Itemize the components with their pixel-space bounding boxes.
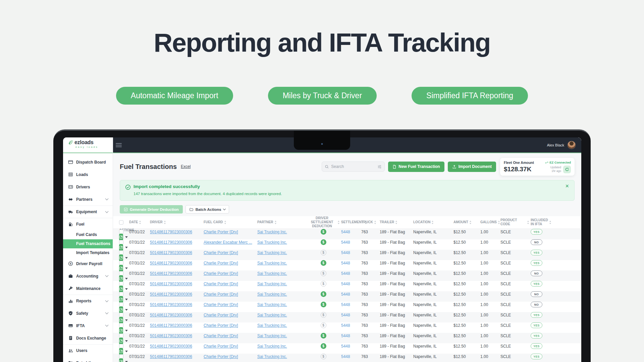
driver-link[interactable]: 5014861179023000306	[150, 354, 192, 359]
generate-driver-deduction-button[interactable]: Generate Driver Deduction	[120, 205, 183, 214]
settlement-link[interactable]: 5448	[341, 282, 350, 286]
caret-down-icon[interactable]	[125, 236, 128, 238]
column-header-truck[interactable]: TRUCK	[361, 220, 380, 224]
pill-miles-by-truck-driver[interactable]: Miles by Truck & Driver	[268, 87, 377, 105]
fuel-card-link[interactable]: Charlie Porter [Drv]	[204, 344, 238, 349]
select-all-checkbox[interactable]	[119, 220, 123, 225]
sidebar-item-partners[interactable]: Partners	[63, 193, 113, 205]
settlement-link[interactable]: 5448	[341, 292, 350, 297]
column-header-fuel-card[interactable]: FUEL CARD	[204, 220, 257, 224]
column-header-location[interactable]: LOCATION	[413, 220, 453, 224]
sidebar-item-dispatch-board[interactable]: Dispatch Board	[63, 156, 113, 168]
sidebar-item-maintenance[interactable]: Maintenance	[63, 282, 113, 295]
edit-button[interactable]	[119, 265, 123, 272]
batch-actions-button[interactable]: Batch Actions	[185, 205, 229, 214]
partner-link[interactable]: Sai Trucking Inc.	[257, 282, 287, 286]
sidebar-item-driver-payroll[interactable]: $Driver Payroll	[63, 257, 113, 270]
caret-down-icon[interactable]	[125, 278, 128, 280]
partner-link[interactable]: Sai Trucking Inc.	[257, 261, 287, 265]
edit-button[interactable]	[119, 254, 123, 261]
edit-button[interactable]	[119, 327, 123, 334]
sidebar-item-fuel-transactions[interactable]: Fuel Transactions	[63, 239, 113, 248]
fuel-card-link[interactable]: Alexander Escabar Merc ...	[204, 240, 252, 245]
settlement-link[interactable]: 5448	[341, 344, 350, 349]
new-fuel-transaction-button[interactable]: New Fuel Transaction	[388, 162, 444, 172]
driver-link[interactable]: 5014861179023000306	[150, 230, 192, 234]
driver-link[interactable]: 5014861179023000306	[150, 292, 192, 297]
edit-button[interactable]	[119, 348, 123, 355]
settlement-link[interactable]: 5448	[341, 240, 350, 245]
settlement-link[interactable]: 5448	[341, 302, 350, 307]
settlement-link[interactable]: 5448	[341, 250, 350, 255]
caret-down-icon[interactable]	[125, 257, 128, 259]
sidebar-item-data-library[interactable]: Data Library	[63, 357, 113, 362]
close-icon[interactable]: ×	[565, 183, 569, 189]
partner-link[interactable]: Sai Trucking Inc.	[257, 313, 287, 317]
fuel-card-link[interactable]: Charlie Porter [Drv]	[204, 271, 238, 276]
settlement-link[interactable]: 5448	[341, 354, 350, 359]
edit-button[interactable]	[119, 338, 123, 345]
column-header-driver[interactable]: DRIVER	[150, 220, 204, 224]
caret-down-icon[interactable]	[125, 309, 128, 311]
settlement-link[interactable]: 5448	[341, 334, 350, 338]
partner-link[interactable]: Sai Trucking Inc.	[257, 334, 287, 338]
fuel-card-link[interactable]: Charlie Porter [Drv]	[204, 230, 238, 234]
column-header-driver-settlement-deduction[interactable]: DRIVER SETTLEMENT DEDUCTION	[308, 216, 341, 228]
excel-export-link[interactable]: Excel	[181, 164, 191, 169]
fuel-card-link[interactable]: Charlie Porter [Drv]	[204, 313, 238, 317]
edit-button[interactable]	[119, 244, 123, 251]
partner-link[interactable]: Sai Trucking Inc.	[257, 250, 287, 255]
settlement-link[interactable]: 5448	[341, 230, 350, 234]
driver-link[interactable]: 5014861179023000306	[150, 240, 192, 245]
edit-button[interactable]	[119, 286, 123, 293]
fuel-card-link[interactable]: Charlie Porter [Drv]	[204, 282, 238, 286]
caret-down-icon[interactable]	[125, 299, 128, 300]
refresh-button[interactable]	[563, 166, 571, 173]
caret-down-icon[interactable]	[125, 340, 128, 342]
app-logo[interactable]: ezloads easy loads	[63, 137, 113, 153]
sidebar-item-safety[interactable]: Safety	[63, 307, 113, 319]
column-header-settlement[interactable]: SETTLEMENT	[341, 220, 361, 224]
driver-link[interactable]: 5014861179023000306	[150, 344, 192, 349]
settlement-link[interactable]: 5448	[341, 261, 350, 265]
fuel-card-link[interactable]: Charlie Porter [Drv]	[204, 302, 238, 307]
column-header-date[interactable]: DATE	[129, 220, 150, 224]
fuel-card-link[interactable]: Charlie Porter [Drv]	[204, 250, 238, 255]
sidebar-item-reports[interactable]: Reports	[63, 295, 113, 307]
fuel-card-link[interactable]: Charlie Porter [Drv]	[204, 261, 238, 265]
caret-down-icon[interactable]	[125, 319, 128, 321]
partner-link[interactable]: Sai Trucking Inc.	[257, 271, 287, 276]
driver-link[interactable]: 5014861179023000306	[150, 323, 192, 328]
fuel-card-link[interactable]: Charlie Porter [Drv]	[204, 292, 238, 297]
column-header-product-code[interactable]: PRODUCT CODE	[500, 218, 531, 226]
partner-link[interactable]: Sai Trucking Inc.	[257, 292, 287, 297]
edit-button[interactable]	[119, 317, 123, 324]
settlement-link[interactable]: 5448	[341, 313, 350, 317]
caret-down-icon[interactable]	[125, 288, 128, 290]
sidebar-item-fuel-cards[interactable]: Fuel Cards	[63, 230, 113, 239]
column-header-included-in-ifta[interactable]: INCLUDED IN IFTA	[531, 218, 551, 226]
pill-automatic-mileage-import[interactable]: Automatic Mileage Import	[116, 87, 233, 105]
caret-down-icon[interactable]	[125, 267, 128, 269]
column-header-amount[interactable]: AMOUNT	[453, 220, 480, 224]
caret-down-icon[interactable]	[125, 330, 128, 331]
partner-link[interactable]: Sai Trucking Inc.	[257, 344, 287, 349]
hamburger-menu-icon[interactable]	[116, 143, 122, 147]
caret-down-icon[interactable]	[125, 247, 128, 248]
fuel-card-link[interactable]: Charlie Porter [Drv]	[204, 334, 238, 338]
sidebar-item-loads[interactable]: Loads	[63, 168, 113, 181]
partner-link[interactable]: Sai Trucking Inc.	[257, 354, 287, 359]
settlement-link[interactable]: 5448	[341, 271, 350, 276]
edit-button[interactable]	[119, 234, 123, 241]
filter-sliders-icon[interactable]	[377, 165, 382, 169]
edit-button[interactable]	[119, 358, 123, 362]
sidebar-item-docs-exchange[interactable]: Docs Exchange	[63, 332, 113, 344]
edit-button[interactable]	[119, 275, 123, 282]
driver-link[interactable]: 5014861179023000306	[150, 261, 192, 265]
pill-simplified-ifta-reporting[interactable]: Simplified IFTA Reporting	[412, 87, 528, 105]
fuel-card-link[interactable]: Charlie Porter [Drv]	[204, 354, 238, 359]
caret-down-icon[interactable]	[125, 361, 128, 362]
driver-link[interactable]: 5014861179023000306	[150, 302, 192, 307]
import-document-button[interactable]: Import Document	[448, 162, 496, 172]
search-input[interactable]	[331, 164, 377, 169]
